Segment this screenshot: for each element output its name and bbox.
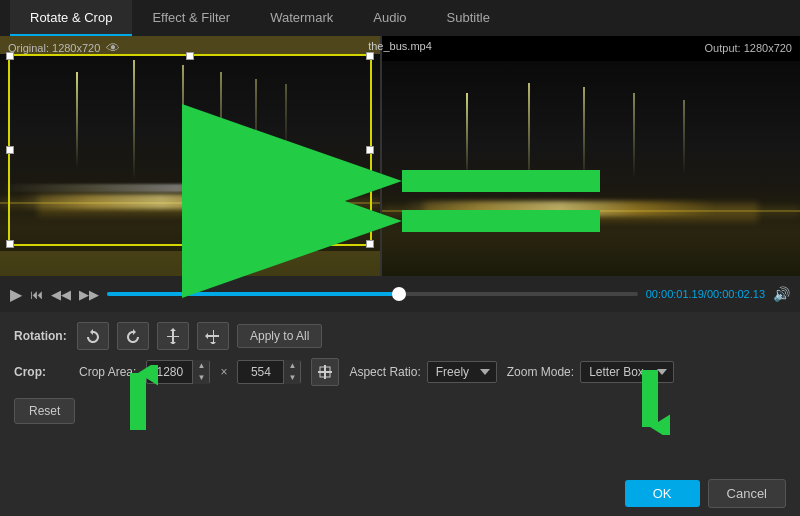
crop-area-label: Crop Area: xyxy=(79,365,136,379)
rotate-left-button[interactable] xyxy=(77,322,109,350)
apply-all-button[interactable]: Apply to All xyxy=(237,324,322,348)
center-crop-button[interactable] xyxy=(311,358,339,386)
flip-h-button[interactable] xyxy=(157,322,189,350)
play-button[interactable]: ▶ xyxy=(10,285,22,304)
night-scene-right xyxy=(382,61,800,276)
video-left xyxy=(0,36,380,276)
cancel-button[interactable]: Cancel xyxy=(708,479,786,508)
bottom-bar: OK Cancel xyxy=(0,471,800,516)
next-frame-button[interactable]: ▶▶ xyxy=(79,287,99,302)
video-right xyxy=(382,36,800,276)
rotation-label: Rotation: xyxy=(14,329,69,343)
time-display: 00:00:01.19/00:00:02.13 xyxy=(646,288,765,300)
zoom-mode-wrap: Zoom Mode: Letter Box Pan & Scan Full xyxy=(507,361,674,383)
output-label: Output: 1280x720 xyxy=(705,42,792,54)
crop-height-up[interactable]: ▲ xyxy=(284,360,300,372)
aspect-ratio-label: Aspect Ratio: xyxy=(349,365,420,379)
crop-height-input[interactable] xyxy=(238,365,283,379)
original-info: Original: 1280x720 👁 xyxy=(8,40,120,56)
zoom-mode-select[interactable]: Letter Box Pan & Scan Full xyxy=(580,361,674,383)
tab-rotate-crop[interactable]: Rotate & Crop xyxy=(10,0,132,36)
crop-width-up[interactable]: ▲ xyxy=(193,360,209,372)
crop-width-input[interactable] xyxy=(147,365,192,379)
prev-frame-button[interactable]: ◀◀ xyxy=(51,287,71,302)
crop-height-down[interactable]: ▼ xyxy=(284,372,300,384)
reset-button[interactable]: Reset xyxy=(14,398,75,424)
tab-bar: Rotate & Crop Effect & Filter Watermark … xyxy=(0,0,800,36)
crop-height-input-wrap: ▲ ▼ xyxy=(237,360,301,384)
flip-v-button[interactable] xyxy=(197,322,229,350)
crop-height-spinners: ▲ ▼ xyxy=(283,360,300,384)
zoom-mode-label: Zoom Mode: xyxy=(507,365,574,379)
eye-icon[interactable]: 👁 xyxy=(106,40,120,56)
crop-row: Crop: Crop Area: ▲ ▼ × ▲ ▼ xyxy=(14,358,786,386)
progress-track[interactable] xyxy=(107,292,638,296)
video-bottom-strip xyxy=(0,251,380,276)
x-separator: × xyxy=(220,365,227,379)
tab-audio[interactable]: Audio xyxy=(353,0,426,36)
aspect-ratio-select[interactable]: Freely 16:9 4:3 1:1 xyxy=(427,361,497,383)
night-scene-left xyxy=(0,36,380,276)
progress-fill xyxy=(107,292,399,296)
tab-watermark[interactable]: Watermark xyxy=(250,0,353,36)
crop-width-input-wrap: ▲ ▼ xyxy=(146,360,210,384)
main-container: Rotate & Crop Effect & Filter Watermark … xyxy=(0,0,800,516)
playback-bar: ▶ ⏮ ◀◀ ▶▶ 00:00:01.19/00:00:02.13 🔊 xyxy=(0,276,800,312)
aspect-ratio-wrap: Aspect Ratio: Freely 16:9 4:3 1:1 xyxy=(349,361,496,383)
ok-button[interactable]: OK xyxy=(625,480,700,507)
crop-width-spinners: ▲ ▼ xyxy=(192,360,209,384)
volume-button[interactable]: 🔊 xyxy=(773,286,790,302)
prev-button[interactable]: ⏮ xyxy=(30,287,43,302)
rotate-right-button[interactable] xyxy=(117,322,149,350)
video-info-bar: Original: 1280x720 👁 Output: 1280x720 xyxy=(0,36,800,60)
controls-panel: Rotation: Apply to All Crop: Crop Area: xyxy=(0,312,800,434)
crop-label: Crop: xyxy=(14,365,69,379)
progress-thumb[interactable] xyxy=(392,287,406,301)
crop-width-down[interactable]: ▼ xyxy=(193,372,209,384)
rotation-row: Rotation: Apply to All xyxy=(14,322,786,350)
original-label: Original: 1280x720 xyxy=(8,42,100,54)
video-area: Original: 1280x720 👁 Output: 1280x720 th… xyxy=(0,36,800,276)
tab-effect-filter[interactable]: Effect & Filter xyxy=(132,0,250,36)
tab-subtitle[interactable]: Subtitle xyxy=(427,0,510,36)
